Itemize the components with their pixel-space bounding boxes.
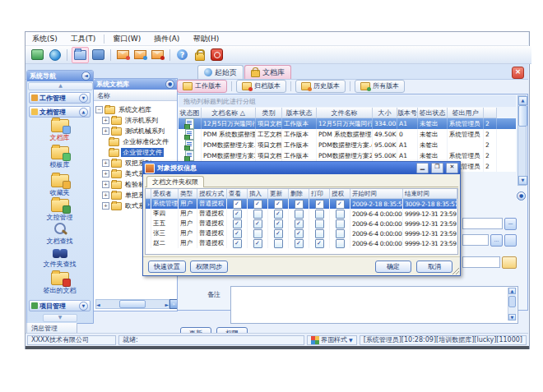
expand-icon[interactable]: + — [102, 191, 109, 199]
chevron-down-icon[interactable]: ▼ — [79, 302, 88, 311]
checkbox[interactable] — [253, 229, 262, 238]
checkbox[interactable]: ✓ — [253, 219, 262, 228]
tree-pin-icon[interactable]: ● — [165, 80, 174, 89]
workstation-button[interactable] — [90, 48, 106, 62]
file-row[interactable]: PDM 系统数据整理检… 工艺文档 工作版本 PDM 系统数据整理… 49.50… — [179, 129, 516, 140]
col-auth-mode[interactable]: 授权方式 — [197, 189, 227, 199]
scroll-down-icon[interactable]: ▼ — [508, 314, 516, 321]
scroll-up-icon[interactable]: ▲ — [508, 288, 516, 294]
scroll-down-icon[interactable]: ▼ — [518, 176, 527, 185]
file-row[interactable]: PDM数据整理方案.doc 项目文档 工作版本 PDM数据整理方案.doc 95… — [179, 140, 516, 150]
nav-group-work[interactable]: 工作管理 ▼ — [29, 92, 90, 104]
sidebar-item-folder-search[interactable]: 文件夹查找 — [29, 247, 90, 273]
checkbox[interactable] — [274, 239, 283, 248]
sidebar-item-document-library[interactable]: 文档库 — [29, 119, 90, 145]
checkbox[interactable]: ✓ — [253, 200, 262, 209]
menu-plugin[interactable]: 插件(A) — [147, 33, 186, 45]
checkbox[interactable]: ✓ — [295, 239, 304, 248]
tree-column-header[interactable]: 名称 — [94, 90, 177, 101]
sidebar-item-template-library[interactable]: 模板库 — [29, 146, 90, 172]
scroll-up-icon[interactable]: ▲ — [518, 96, 527, 105]
col-checkout-state[interactable]: 签出状态 — [418, 108, 448, 118]
nav-collapse-button[interactable]: ▲ — [28, 82, 93, 90]
maximize-icon[interactable]: ❐ — [431, 163, 443, 173]
checkbox[interactable]: ✓ — [253, 239, 262, 248]
scroll-thumb[interactable] — [508, 296, 516, 307]
dialog-titlebar[interactable]: 对象授权信息 ▁ ❐ ✕ — [143, 162, 460, 174]
tab-history-version[interactable]: 历史版本 — [295, 80, 346, 93]
col-update[interactable]: 更新 — [268, 189, 289, 199]
ellipsis-button[interactable]: — — [504, 218, 517, 230]
ui-style-selector[interactable]: 界面样式 ▼ — [307, 335, 357, 345]
mail-new-button[interactable] — [115, 48, 131, 62]
checkbox[interactable] — [295, 210, 304, 219]
col-end-time[interactable]: 结束时间 — [403, 189, 457, 199]
ok-button[interactable]: 确定 — [375, 261, 411, 273]
permission-row[interactable]: 赵二 用户 普通授权 ✓ ✓ ✓ ✓ 2009-6-4 0:00:00 9999… — [146, 238, 457, 248]
resize-grip[interactable] — [452, 268, 459, 274]
close-icon[interactable]: ✕ — [446, 163, 458, 173]
mail-delete-button[interactable] — [150, 48, 165, 62]
exit-button[interactable] — [209, 48, 225, 62]
nav-group-project[interactable]: 项目管理 ▼ — [29, 300, 90, 311]
mail-view-button[interactable] — [132, 48, 148, 62]
close-tab-button[interactable]: × — [512, 67, 524, 79]
col-file-name[interactable]: 文件名称 — [317, 108, 373, 118]
checkbox[interactable]: ✓ — [233, 229, 242, 238]
menu-help[interactable]: 帮助(H) — [186, 33, 225, 45]
sidebar-item-doc-control[interactable]: 文控管理 — [29, 199, 90, 224]
tab-work-version[interactable]: 工作版本 — [177, 80, 227, 93]
col-start-time[interactable]: 开始时间 — [350, 189, 403, 199]
file-list-vertical-scrollbar[interactable]: ▲ ▼ — [517, 95, 527, 186]
workspace-button[interactable] — [30, 48, 45, 62]
permission-row[interactable]: 王五 用户 普通授权 ✓ ✓ ✓ ✓ 2009-6-4 0:00:00 9999… — [146, 219, 457, 228]
expand-icon[interactable]: + — [102, 170, 109, 178]
checkbox[interactable] — [336, 239, 345, 248]
detail-pin-icon[interactable]: ● — [517, 191, 526, 201]
nav-more-button[interactable]: ▼ — [43, 314, 77, 322]
col-print[interactable]: 打印 — [309, 189, 330, 199]
nav-group-document[interactable]: 文档管理 ▲ — [29, 106, 90, 118]
sidebar-item-checked-out-docs[interactable]: 签出的文档 — [29, 272, 90, 297]
chevron-up-icon[interactable]: ▲ — [79, 108, 88, 117]
checkbox[interactable]: ✓ — [315, 239, 324, 248]
sidebar-item-favorites[interactable]: 收藏夹 — [29, 174, 90, 200]
checkbox[interactable]: ✓ — [274, 210, 283, 219]
col-grantee[interactable]: 受权者 — [151, 189, 179, 199]
checkbox[interactable]: ✓ — [295, 229, 304, 238]
checkbox[interactable]: ✓ — [233, 200, 242, 209]
detail-input[interactable] — [462, 218, 503, 229]
checkbox[interactable]: ✓ — [233, 239, 242, 248]
tab-document-library[interactable]: 文档库 — [244, 65, 291, 79]
expand-icon[interactable]: + — [102, 117, 109, 124]
remark-textarea[interactable]: ▲ ▼ — [230, 286, 518, 324]
checkbox[interactable] — [336, 229, 345, 238]
checkbox[interactable]: ✓ — [315, 200, 324, 209]
col-size[interactable]: 大小 — [373, 108, 397, 118]
tree-node-selected[interactable]: 企业管理文件 — [94, 147, 164, 158]
checkbox[interactable] — [315, 229, 324, 238]
tree-node[interactable]: 企业标准化文件 — [94, 136, 170, 147]
col-status-icon[interactable]: 状态图 — [179, 108, 202, 118]
tree-horizontal-scrollbar[interactable]: ◄► — [95, 299, 169, 309]
col-category[interactable]: 类别 — [256, 108, 282, 118]
col-version-state[interactable]: 版本状态 — [282, 108, 317, 118]
help-button[interactable]: ? — [174, 48, 190, 62]
menu-window[interactable]: 窗口(W) — [106, 33, 147, 45]
checkbox[interactable] — [336, 210, 345, 219]
checkbox[interactable]: ✓ — [274, 219, 283, 228]
col-type[interactable]: 类型 — [179, 189, 197, 199]
browse-folder-icon[interactable] — [502, 256, 517, 269]
file-row[interactable]: PDM数据整理方案2.doc 项目文档 工作版本 PDM数据整理方案2.doc … — [179, 150, 516, 161]
checkbox[interactable] — [315, 219, 324, 228]
tab-folder-permissions[interactable]: 文档文件夹权限 — [146, 176, 204, 187]
col-version-no[interactable]: 版本号 — [397, 108, 418, 118]
col-checkout-user[interactable]: 签出用户 — [448, 108, 484, 118]
detail-input[interactable] — [462, 256, 500, 268]
menu-tools[interactable]: 工具(T) — [64, 33, 103, 45]
scroll-thumb[interactable] — [518, 105, 527, 127]
minimize-icon[interactable]: ▁ — [416, 163, 429, 173]
col-view[interactable]: 查看 — [227, 189, 248, 199]
checkbox[interactable] — [315, 210, 324, 219]
cancel-button[interactable]: 取消 — [416, 261, 452, 273]
